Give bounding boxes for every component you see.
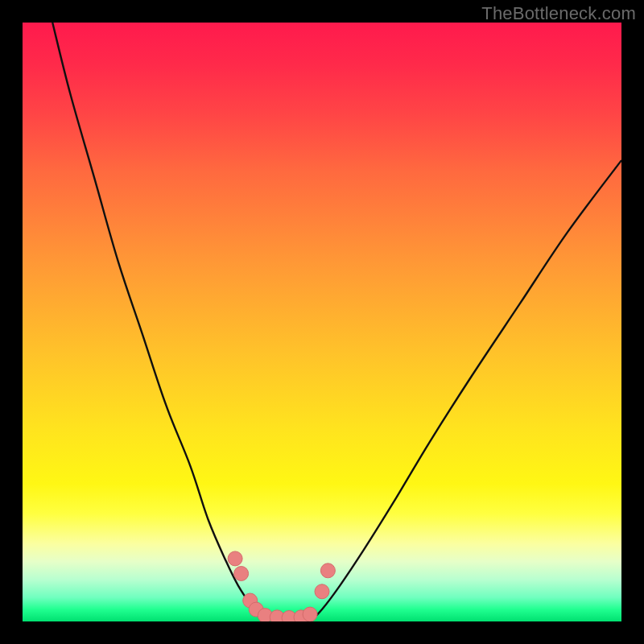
data-marker [303, 607, 317, 621]
left-curve [52, 23, 268, 621]
right-curve [310, 160, 621, 621]
data-marker [320, 564, 335, 578]
data-marker [228, 551, 242, 566]
marker-layer [228, 551, 335, 621]
plot-area [23, 23, 621, 621]
outer-frame: TheBottleneck.com [0, 0, 644, 644]
data-marker [315, 584, 329, 599]
chart-svg [23, 23, 621, 621]
data-marker [234, 567, 249, 581]
curve-layer [52, 23, 621, 621]
watermark-text: TheBottleneck.com [481, 3, 636, 24]
